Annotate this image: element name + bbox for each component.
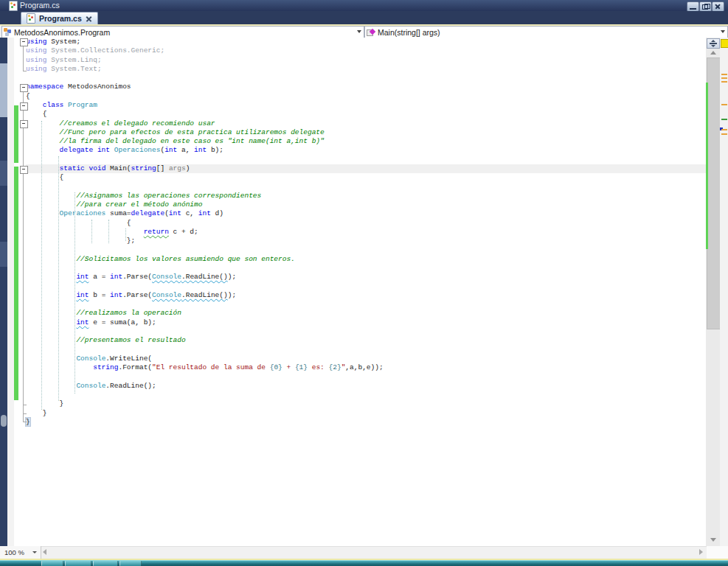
collapse-region-icon[interactable]: [20, 102, 28, 111]
taskbar-button[interactable]: [65, 561, 91, 566]
code-line[interactable]: [26, 282, 711, 291]
code-line[interactable]: int e = suma(a, b);: [26, 318, 711, 327]
code-line[interactable]: [26, 183, 711, 192]
indent-guide: [58, 156, 59, 401]
scrollbar-mark-orange: [721, 133, 727, 135]
code-line[interactable]: {: [26, 92, 711, 101]
fold-line: [23, 91, 24, 422]
taskbar-button[interactable]: [119, 561, 142, 566]
types-dropdown[interactable]: MetodosAnonimos.Program: [1, 26, 364, 38]
members-dropdown-value: Main(string[] args): [378, 28, 440, 37]
code-line[interactable]: {: [26, 110, 711, 119]
indent-guide: [74, 192, 75, 394]
code-line[interactable]: //la firma del delegado en este caso es …: [26, 137, 711, 146]
change-bar: [14, 105, 18, 163]
code-line[interactable]: [26, 391, 711, 399]
code-line[interactable]: using System.Text;: [26, 65, 711, 74]
background-window-patch: [0, 161, 7, 186]
close-button[interactable]: [712, 1, 724, 12]
code-line[interactable]: };: [26, 237, 711, 245]
code-line[interactable]: using System.Linq;: [26, 56, 711, 65]
code-line[interactable]: namespace MetodosAnonimos: [26, 83, 711, 91]
tab-program-cs[interactable]: Program.cs: [21, 12, 98, 24]
taskbar-button[interactable]: [93, 561, 118, 566]
code-line[interactable]: int b = int.Parse(Console.ReadLine());: [26, 291, 711, 300]
code-editor[interactable]: using System;using System.Collections.Ge…: [21, 38, 711, 427]
indent-guide: [108, 220, 109, 243]
indent-guide: [125, 228, 126, 241]
collapse-region-icon[interactable]: [20, 38, 28, 46]
code-line[interactable]: [26, 156, 711, 164]
code-line[interactable]: //realizamos la operación: [26, 309, 711, 318]
change-bar: [14, 167, 18, 400]
collapse-region-icon[interactable]: [20, 166, 28, 174]
code-line[interactable]: string.Format("El resultado de la suma d…: [26, 363, 711, 372]
fold-foot: [23, 422, 27, 422]
zoom-control[interactable]: 100 %: [0, 546, 41, 559]
code-line[interactable]: {: [26, 173, 711, 182]
chevron-down-icon: [357, 30, 361, 33]
scroll-down-arrow-icon[interactable]: [707, 536, 718, 544]
code-line[interactable]: delegate int Operaciones(int a, int b);: [26, 146, 711, 155]
tab-label: Program.cs: [39, 14, 82, 23]
background-window-patch: [0, 242, 7, 267]
collapse-region-icon[interactable]: [20, 84, 28, 92]
method-icon: [367, 28, 375, 36]
scroll-right-arrow-icon[interactable]: [699, 549, 703, 555]
code-line[interactable]: int a = int.Parse(Console.ReadLine());: [26, 273, 711, 282]
scrollbar-mark-orange: [721, 74, 727, 75]
fold-line: [23, 46, 24, 71]
background-window-edge-knob: [1, 415, 7, 427]
restore-button[interactable]: [699, 1, 712, 12]
csharp-file-icon: [27, 13, 35, 24]
scroll-left-arrow-icon[interactable]: [43, 549, 46, 555]
code-line[interactable]: [26, 264, 711, 273]
breakpoint-margin[interactable]: [7, 38, 14, 546]
document-tab-strip: Program.cs: [0, 11, 728, 24]
code-line[interactable]: [26, 346, 711, 354]
code-line[interactable]: [26, 327, 711, 336]
code-line[interactable]: //para crear el método anónimo: [26, 200, 711, 209]
editor-split-handle[interactable]: [707, 38, 720, 49]
members-dropdown[interactable]: Main(string[] args): [364, 26, 728, 38]
fold-foot: [23, 71, 27, 71]
code-line[interactable]: using System.Collections.Generic;: [26, 46, 711, 55]
collapse-region-icon[interactable]: [20, 120, 28, 128]
minimize-button[interactable]: [687, 1, 699, 12]
code-line[interactable]: //creamos el delegado recomiendo usar: [26, 119, 711, 128]
background-window-edge: [0, 38, 7, 559]
code-line[interactable]: //Asignamos las operaciones correspondie…: [26, 192, 711, 200]
scrollbar-change-overview: [706, 83, 708, 249]
chevron-down-icon: [721, 30, 725, 33]
code-line[interactable]: {: [26, 219, 711, 228]
chevron-down-icon: [32, 551, 37, 553]
scroll-up-arrow-icon[interactable]: [707, 49, 718, 57]
code-line[interactable]: //presentamos el resultado: [26, 336, 711, 345]
horizontal-scrollbar[interactable]: [0, 546, 707, 559]
code-line[interactable]: class Program: [26, 101, 711, 110]
types-dropdown-value: MetodosAnonimos.Program: [14, 28, 110, 37]
code-line[interactable]: Operaciones suma=delegate(int c, int d): [26, 209, 711, 218]
code-line[interactable]: }: [26, 399, 711, 408]
code-line[interactable]: [26, 74, 711, 83]
tab-close-icon[interactable]: [86, 15, 92, 22]
code-line[interactable]: Console.WriteLine(: [26, 354, 711, 363]
vertical-scrollbar-thumb[interactable]: [707, 57, 721, 329]
code-line[interactable]: }: [26, 418, 711, 427]
title-bar[interactable]: Program.cs: [0, 0, 728, 11]
background-window-patch: [0, 63, 7, 117]
code-line[interactable]: [26, 245, 711, 254]
code-line[interactable]: Console.ReadLine();: [26, 382, 711, 391]
code-line[interactable]: //Func pero para efectos de esta practic…: [26, 128, 711, 137]
caret-position-marker: [721, 39, 728, 48]
vs-floating-document-window: Program.cs Program.cs MetodosAnonimos.Pr…: [0, 0, 728, 566]
code-line[interactable]: return c + d;: [26, 228, 711, 237]
taskbar-button[interactable]: [41, 561, 63, 566]
code-line[interactable]: [26, 372, 711, 381]
class-icon: [4, 28, 12, 36]
code-line[interactable]: //Solicitamos los valores asumiendo que …: [26, 255, 711, 264]
code-line[interactable]: [26, 300, 711, 309]
code-line[interactable]: using System;: [26, 38, 711, 46]
code-line[interactable]: }: [26, 409, 711, 418]
code-line[interactable]: static void Main(string[] args): [26, 164, 711, 173]
